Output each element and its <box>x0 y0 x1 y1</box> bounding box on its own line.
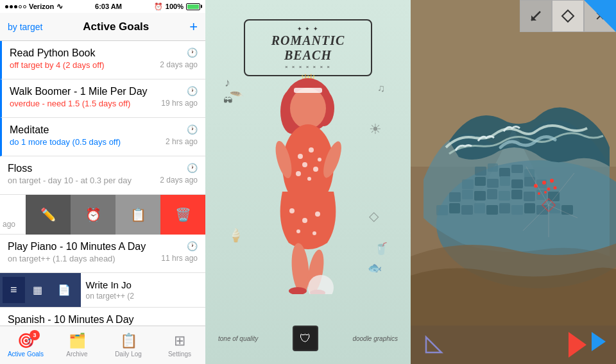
goal-item-floss[interactable]: Floss on target - day 10 - at 0.3 per da… <box>0 156 205 195</box>
daily-log-icon: 📋 <box>120 333 137 349</box>
branding-right-label: doodle graphics <box>352 335 398 342</box>
goal-status: on target++ (1.1 days ahead) <box>8 254 156 263</box>
settings-label: Settings <box>168 351 191 358</box>
svg-rect-58 <box>486 205 498 215</box>
tab-archive[interactable]: 🗂️ Archive <box>51 329 103 361</box>
svg-rect-40 <box>487 179 499 188</box>
blue-corner <box>584 0 616 32</box>
banner-dots: × × × × × × × <box>255 64 361 70</box>
svg-point-6 <box>298 154 303 159</box>
view-selector: ≡ ▦ 📄 <box>0 273 81 307</box>
swipe-edit-button[interactable]: ✏️ <box>26 195 71 235</box>
battery-icon <box>186 3 200 10</box>
svg-point-16 <box>296 229 300 233</box>
beach-banner-title: ROMANTIC BEACH <box>255 33 361 63</box>
svg-rect-57 <box>474 203 485 213</box>
goal-content: Floss on target - day 10 - at 0.3 per da… <box>8 163 155 185</box>
goal-item-spanish[interactable]: Spanish - 10 Minutes A Day <box>0 308 205 326</box>
wave-tool-diamond-button[interactable] <box>552 0 584 32</box>
goal-title: Play Piano - 10 Minutes A Day <box>8 241 156 252</box>
archive-label: Archive <box>66 351 87 358</box>
goal-meta: 🕐 2 days ago <box>160 47 198 69</box>
svg-rect-38 <box>462 179 474 189</box>
beach-app-panel: ✦ ✦ ✦ ROMANTIC BEACH × × × × × × × ♪ 🪶 ♫… <box>205 0 411 364</box>
goal-item-walk-boomer[interactable]: Walk Boomer - 1 Mile Per Day overdue - n… <box>0 79 205 118</box>
goal-title: Walk Boomer - 1 Mile Per Day <box>10 86 156 97</box>
list-view-button[interactable]: ≡ <box>3 277 25 303</box>
goal-title: Spanish - 10 Minutes A Day <box>8 314 198 326</box>
swipe-actions-row: ago ✏️ ⏰ 📋 🗑️ <box>0 195 205 235</box>
edit-icon: ✏️ <box>40 207 56 222</box>
log-view-button[interactable]: 📄 <box>50 277 78 302</box>
status-time: 6:03 AM <box>95 3 122 10</box>
alarm-icon: ⏰ <box>154 3 163 11</box>
swipe-action-buttons: ✏️ ⏰ 📋 🗑️ <box>26 195 205 235</box>
wave-bottom-toolbar <box>411 326 616 364</box>
svg-rect-55 <box>449 203 460 213</box>
tab-daily-log[interactable]: 📋 Daily Log <box>103 329 154 361</box>
svg-rect-36 <box>511 165 523 173</box>
archive-tab-icon: 🗂️ <box>69 333 86 349</box>
wifi-icon: ∿ <box>56 2 63 11</box>
branding-left-label: tone of quality <box>218 335 258 342</box>
arrow-down-left-icon <box>528 8 543 24</box>
bar-view-button[interactable]: ▦ <box>25 277 50 302</box>
remind-icon: ⏰ <box>85 207 101 222</box>
nav-bar: by target Active Goals + <box>0 13 205 41</box>
signal-dot-4 <box>19 5 22 8</box>
music-note-right: ♫ <box>377 83 385 94</box>
status-bar: Verizon ∿ 6:03 AM ⏰ 100% <box>0 0 205 13</box>
goal-meta: 🕐 19 hrs ago <box>161 86 198 108</box>
goal-item-write-journal[interactable]: Write In Jo on target++ (2 <box>81 273 205 307</box>
svg-point-7 <box>309 147 314 153</box>
svg-rect-48 <box>487 189 497 199</box>
svg-rect-34 <box>488 163 498 172</box>
tab-settings[interactable]: ⊞ Settings <box>154 329 205 361</box>
time-ago: 2 hrs ago <box>166 137 198 146</box>
svg-rect-50 <box>511 190 522 199</box>
swipe-remind-button[interactable]: ⏰ <box>71 195 116 235</box>
log-view-icon: 📄 <box>58 285 71 295</box>
svg-rect-42 <box>511 179 523 188</box>
time-ago: 19 hrs ago <box>161 99 198 108</box>
clock-icon: 🕐 <box>187 86 198 96</box>
goal-item-read-python[interactable]: Read Python Book off target by 4 (2 days… <box>0 41 205 79</box>
svg-rect-49 <box>499 191 510 201</box>
diamond-tool-icon <box>561 9 575 23</box>
goal-status: on target - day 10 - at 0.3 per day <box>8 176 155 185</box>
goal-content: Play Piano - 10 Minutes A Day on target+… <box>8 241 156 263</box>
svg-point-12 <box>318 158 321 161</box>
tab-bar: 🎯 3 Active Goals 🗂️ Archive 📋 Daily Log … <box>0 326 205 364</box>
beach-content: ✦ ✦ ✦ ROMANTIC BEACH × × × × × × × ♪ 🪶 ♫… <box>205 0 411 364</box>
swipe-delete-button[interactable]: 🗑️ <box>160 195 205 235</box>
goal-title: Read Python Book <box>10 47 155 59</box>
svg-point-70 <box>538 192 540 195</box>
filter-button[interactable]: by target <box>8 22 42 32</box>
goal-content: Read Python Book off target by 4 (2 days… <box>10 47 155 70</box>
settings-icon: ⊞ <box>174 333 185 349</box>
svg-rect-54 <box>436 205 448 215</box>
goal-item-meditate[interactable]: Meditate do 1 more today (0.5 days off) … <box>0 118 205 156</box>
cocktail-doodle: 🥤 <box>374 242 388 256</box>
wave-tool-arrow-button[interactable] <box>520 0 552 32</box>
add-goal-button[interactable]: + <box>189 20 198 34</box>
svg-rect-33 <box>475 167 486 176</box>
tab-active-goals[interactable]: 🎯 3 Active Goals <box>0 329 51 361</box>
signal-dot-2 <box>10 5 13 8</box>
svg-rect-51 <box>524 192 535 201</box>
svg-point-11 <box>307 177 311 181</box>
triangle-tool-button[interactable] <box>421 332 447 358</box>
sunglasses-doodle: 🕶 <box>223 95 232 106</box>
active-goals-label: Active Goals <box>8 351 44 358</box>
svg-rect-46 <box>462 190 473 199</box>
beach-banner: ✦ ✦ ✦ ROMANTIC BEACH × × × × × × × <box>244 19 372 76</box>
swipe-archive-button[interactable]: 📋 <box>116 195 160 235</box>
red-play-button[interactable] <box>569 332 586 358</box>
svg-point-14 <box>302 218 307 223</box>
blue-play-button[interactable] <box>592 332 606 351</box>
goal-status: on target++ (2 <box>86 292 200 301</box>
time-ago: 2 days ago <box>160 60 198 69</box>
banner-decoration-top: ✦ ✦ ✦ <box>255 26 361 32</box>
goal-item-play-piano[interactable]: Play Piano - 10 Minutes A Day on target+… <box>0 235 205 273</box>
status-right: ⏰ 100% <box>154 3 200 11</box>
